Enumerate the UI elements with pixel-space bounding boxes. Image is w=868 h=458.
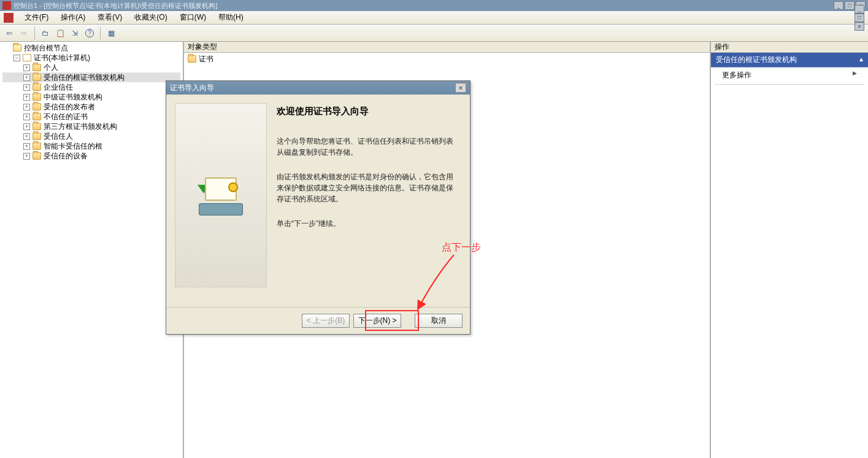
dialog-close-button[interactable]: × (455, 83, 466, 93)
expander-icon[interactable]: + (23, 114, 30, 120)
tree-item-label: 受信任人 (44, 131, 73, 141)
tree-certs-label: 证书(本地计算机) (34, 53, 90, 63)
menu-action[interactable]: 操作(A) (56, 11, 90, 24)
forward-button[interactable]: ⇨ (17, 26, 31, 40)
up-icon: 🗀 (42, 29, 49, 37)
options-icon: 📋 (56, 29, 65, 37)
folder-icon (33, 93, 41, 101)
back-button[interactable]: < 上一步(B) (302, 314, 350, 328)
tree-item-trusted-publishers[interactable]: + 受信任的发布者 (2, 102, 180, 112)
wizard-sidebar (175, 103, 267, 287)
mdi-close-button[interactable]: × (855, 22, 864, 31)
dialog-footer: < 上一步(B) 下一步(N) > 取消 (166, 307, 470, 334)
forward-icon: ⇨ (21, 29, 27, 37)
view-icon: ▦ (108, 29, 115, 37)
wizard-para1: 这个向导帮助您将证书、证书信任列表和证书吊销列表从磁盘复制到证书存储。 (277, 136, 456, 158)
folder-icon (188, 55, 196, 63)
folder-icon (33, 142, 41, 150)
minimize-button[interactable]: _ (834, 1, 843, 10)
view-button[interactable]: ▦ (104, 26, 118, 40)
wizard-heading: 欢迎使用证书导入向导 (277, 106, 456, 117)
up-button[interactable]: 🗀 (39, 26, 52, 40)
tree-item-trusted-root[interactable]: + 受信任的根证书颁发机构 (2, 72, 180, 82)
window-titlebar: 控制台1 - [控制台根节点\证书(本地计算机)\受信任的根证书颁发机构] _ … (0, 0, 868, 11)
expander-icon[interactable]: + (23, 153, 30, 160)
tree-item-trusted-devices[interactable]: + 受信任的设备 (2, 151, 180, 161)
chevron-right-icon: ▶ (853, 70, 857, 76)
actions-group-chevron-icon: ▴ (859, 55, 863, 63)
tree-root[interactable]: 控制台根节点 (2, 43, 180, 53)
cancel-button[interactable]: 取消 (415, 314, 463, 328)
menu-favorites[interactable]: 收藏夹(O) (129, 11, 172, 24)
tree-item-label: 企业信任 (44, 82, 73, 92)
tree-item-untrusted[interactable]: + 不信任的证书 (2, 112, 180, 122)
export-icon: ⇲ (72, 29, 78, 37)
folder-icon (33, 152, 41, 160)
tree-item-label: 受信任的发布者 (44, 102, 95, 112)
tree-pane[interactable]: 控制台根节点 − 证书(本地计算机) + 个人 + 受信任的根证书颁发机构 + … (0, 42, 184, 458)
expander-icon[interactable]: + (23, 94, 30, 101)
tree-item-trusted-people[interactable]: + 受信任人 (2, 131, 180, 141)
mdi-maximize-button[interactable]: □ (855, 14, 864, 22)
wizard-icon (196, 174, 245, 217)
tree-item-smartcard-root[interactable]: + 智能卡受信任的根 (2, 141, 180, 151)
tree-item-label: 不信任的证书 (44, 112, 88, 122)
tree-item-label: 个人 (44, 63, 58, 72)
tree-item-label: 第三方根证书颁发机构 (44, 122, 117, 131)
tree-root-label: 控制台根节点 (24, 43, 68, 53)
folder-icon (33, 83, 41, 91)
expander-icon[interactable]: − (13, 55, 20, 61)
tree-item-label: 受信任的根证书颁发机构 (44, 72, 125, 82)
wizard-para3: 单击“下一步”继续。 (277, 218, 456, 229)
toolbar-separator (100, 27, 101, 39)
expander-icon[interactable]: + (23, 84, 30, 91)
window-title: 控制台1 - [控制台根节点\证书(本地计算机)\受信任的根证书颁发机构] (13, 1, 834, 10)
help-button[interactable]: ? (83, 26, 96, 40)
options-button[interactable]: 📋 (53, 26, 67, 40)
expander-icon[interactable]: + (23, 74, 30, 81)
tree-item-label: 中级证书颁发机构 (44, 92, 102, 102)
menu-file[interactable]: 文件(F) (20, 11, 53, 24)
menu-bar: 文件(F) 操作(A) 查看(V) 收藏夹(O) 窗口(W) 帮助(H) _ □… (0, 11, 868, 25)
list-header[interactable]: 对象类型 (184, 42, 710, 53)
menu-window[interactable]: 窗口(W) (175, 11, 211, 24)
actions-pane: 操作 受信任的根证书颁发机构 ▴ 更多操作 ▶ (711, 42, 868, 458)
tree-item-enterprise[interactable]: + 企业信任 (2, 82, 180, 92)
action-more[interactable]: 更多操作 ▶ (711, 68, 868, 83)
mdi-minimize-button[interactable]: _ (855, 5, 864, 14)
toolbar: ⇦ ⇨ 🗀 📋 ⇲ ? ▦ (0, 25, 868, 42)
folder-icon (13, 44, 21, 52)
expander-icon[interactable]: + (23, 104, 30, 111)
expander-icon[interactable]: + (23, 64, 30, 71)
actions-group-label: 受信任的根证书颁发机构 (716, 55, 797, 64)
menu-help[interactable]: 帮助(H) (213, 11, 248, 24)
maximize-button[interactable]: □ (845, 1, 855, 10)
folder-icon (33, 64, 41, 71)
folder-icon (33, 103, 41, 111)
tree-item-thirdparty-root[interactable]: + 第三方根证书颁发机构 (2, 122, 180, 131)
list-item[interactable]: 证书 (188, 54, 706, 64)
tree-item-personal[interactable]: + 个人 (2, 63, 180, 72)
folder-icon (33, 133, 41, 140)
list-header-label: 对象类型 (188, 42, 217, 52)
expander-icon[interactable]: + (23, 133, 30, 140)
export-button[interactable]: ⇲ (68, 26, 82, 40)
expander-icon[interactable]: + (23, 123, 30, 130)
wizard-para2: 由证书颁发机构颁发的证书是对身份的确认，它包含用来保护数据或建立安全网络连接的信… (277, 171, 456, 204)
next-button[interactable]: 下一步(N) > (353, 314, 401, 328)
actions-header: 操作 (711, 42, 868, 53)
folder-icon (33, 123, 41, 130)
actions-header-label: 操作 (715, 42, 729, 52)
expander-icon[interactable]: + (23, 143, 30, 150)
back-button[interactable]: ⇦ (2, 26, 16, 40)
toolbar-separator (34, 27, 35, 39)
expander-icon (4, 45, 10, 52)
tree-certificates[interactable]: − 证书(本地计算机) (2, 53, 180, 63)
dialog-titlebar[interactable]: 证书导入向导 × (166, 81, 470, 95)
tree-item-intermediate[interactable]: + 中级证书颁发机构 (2, 92, 180, 102)
tree-item-label: 受信任的设备 (44, 151, 88, 161)
list-item-label: 证书 (199, 54, 213, 64)
menu-view[interactable]: 查看(V) (93, 11, 127, 24)
app-icon (2, 1, 11, 10)
actions-separator (715, 84, 864, 85)
